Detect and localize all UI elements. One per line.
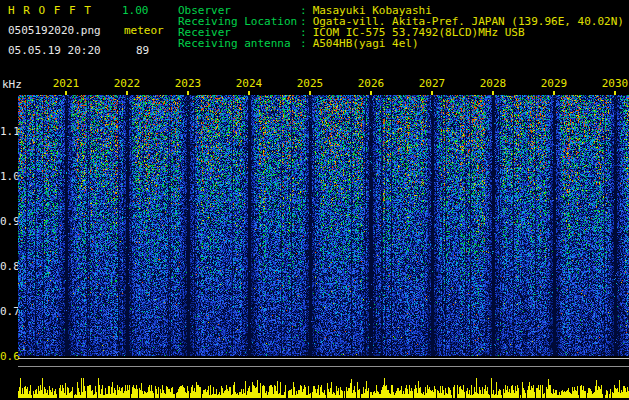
app-title: H R O F F T [8, 5, 92, 17]
noise-floor-line-lower [18, 366, 629, 367]
info-colon: : [300, 37, 307, 50]
y-tick-label: 1.1 [0, 126, 16, 138]
x-tick-label: 2023 [175, 78, 202, 90]
echo-count: 89 [136, 45, 149, 57]
x-tick-label: 2025 [297, 78, 324, 90]
x-tick-label: 2028 [480, 78, 507, 90]
x-tick-label: 2026 [358, 78, 385, 90]
y-tick-label: 0.7 [0, 306, 16, 318]
x-tick-label: 2030 [602, 78, 629, 90]
y-tick-label: 0.8 [0, 261, 16, 273]
mode-label: meteor [124, 25, 164, 37]
hrofft-screenshot: H R O F F T 1.00 0505192020.png meteor 0… [0, 0, 629, 400]
x-tick-label: 2024 [236, 78, 263, 90]
info-value-antenna: A504HB(yagi 4el) [313, 37, 419, 50]
filename: 0505192020.png [8, 25, 101, 37]
info-row-antenna: Receiving antenna:A504HB(yagi 4el) [178, 38, 419, 50]
x-tick-label: 2027 [419, 78, 446, 90]
app-version: 1.00 [122, 5, 149, 17]
x-axis: 2021202220232024202520262027202820292030 [0, 78, 629, 95]
activity-strip-canvas [18, 377, 629, 398]
spectrogram-canvas [18, 95, 629, 356]
y-tick-label: 0.6 [0, 351, 16, 363]
y-tick-label: 1.0 [0, 171, 16, 183]
x-tick-label: 2022 [114, 78, 141, 90]
x-tick-label: 2021 [53, 78, 80, 90]
x-tick-label: 2029 [541, 78, 568, 90]
info-label-antenna: Receiving antenna [178, 38, 300, 50]
y-tick-label: 0.9 [0, 216, 16, 228]
datetime: 05.05.19 20:20 [8, 45, 101, 57]
noise-floor-line-upper [18, 358, 629, 359]
